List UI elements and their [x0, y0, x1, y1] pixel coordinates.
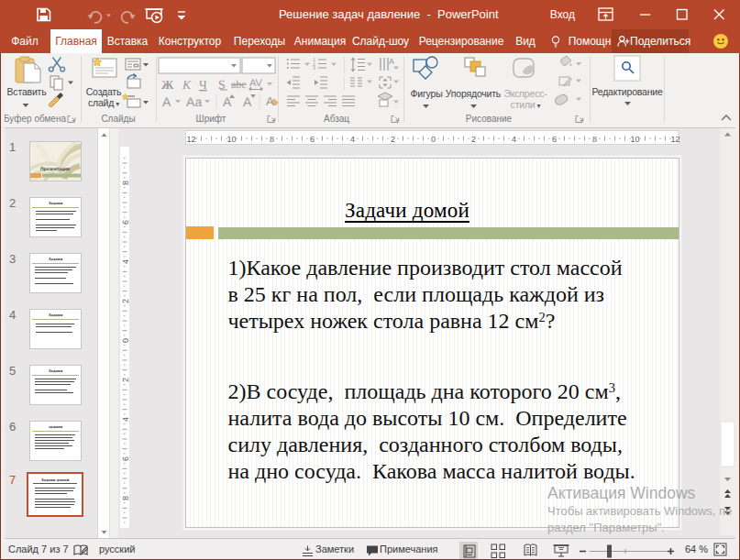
svg-text:2: 2	[471, 135, 476, 144]
svg-text:6: 6	[120, 456, 129, 461]
svg-text:8: 8	[120, 181, 129, 185]
svg-text:4: 4	[120, 417, 129, 422]
svg-text:8: 8	[592, 135, 597, 144]
svg-text:6: 6	[552, 135, 557, 144]
svg-text:10: 10	[630, 135, 639, 144]
svg-text:S: S	[218, 79, 226, 93]
svg-text:6: 6	[120, 220, 129, 225]
svg-text:0: 0	[120, 338, 129, 343]
svg-text:К: К	[182, 78, 192, 92]
svg-text:4: 4	[120, 259, 129, 264]
svg-text:0: 0	[431, 135, 436, 144]
svg-text:3: 3	[313, 66, 315, 71]
svg-text:4: 4	[512, 135, 516, 144]
svg-text:12: 12	[186, 135, 195, 144]
svg-text:А: А	[389, 57, 394, 66]
svg-text:2: 2	[391, 135, 395, 144]
svg-text:Аа: Аа	[186, 94, 202, 109]
svg-text:А: А	[162, 94, 171, 109]
svg-text:4: 4	[350, 135, 355, 144]
svg-text:8: 8	[120, 496, 129, 500]
svg-text:10: 10	[226, 135, 236, 144]
svg-text:Презентация: Презентация	[40, 167, 70, 172]
svg-text:2: 2	[120, 299, 129, 303]
svg-text:А: А	[243, 94, 252, 109]
svg-text:8: 8	[270, 135, 274, 144]
svg-text:2: 2	[120, 378, 129, 382]
svg-text:6: 6	[310, 135, 315, 144]
svg-text:abc: abc	[231, 78, 247, 91]
svg-text:12: 12	[670, 135, 679, 144]
svg-text:Ж: Ж	[161, 78, 174, 92]
svg-text:Ч: Ч	[199, 78, 207, 92]
